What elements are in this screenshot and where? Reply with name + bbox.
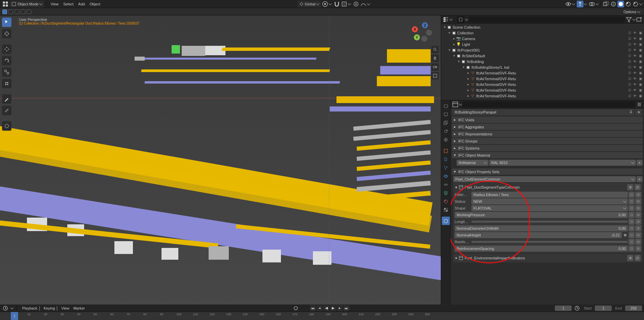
camera-icon[interactable] [431, 63, 439, 71]
delete-icon[interactable] [635, 184, 641, 190]
display-mode-dropdown[interactable] [457, 16, 465, 23]
select-mode-invert[interactable] [27, 9, 31, 14]
pan-icon[interactable] [431, 55, 439, 62]
property-input[interactable] [471, 221, 628, 223]
property-input[interactable]: FLATOVAL [471, 205, 628, 211]
outliner-tree[interactable]: ▾▣Scene Collection▾▣Collection☑👁▣▸📷Camer… [441, 24, 644, 100]
pin-icon[interactable] [628, 109, 634, 116]
xray-icon[interactable] [603, 1, 609, 7]
select-mode-extend[interactable] [8, 9, 13, 14]
tool-scale[interactable] [2, 67, 11, 77]
panel-header[interactable]: ▸IFC Groups [452, 138, 643, 144]
tab-modifiers[interactable] [442, 155, 450, 163]
tab-object[interactable] [442, 147, 450, 155]
properties-search[interactable] [462, 101, 635, 107]
close-icon[interactable]: ✕ [627, 255, 633, 261]
tree-row[interactable]: ▸📷Camera☑👁▣ [441, 36, 644, 41]
menu-object[interactable]: Object [87, 1, 102, 7]
tab-constraints[interactable] [442, 180, 450, 189]
panel-header[interactable]: ▸IFC Voids [452, 117, 643, 123]
panel-header[interactable]: ▸IFC Representations [452, 131, 643, 137]
add-icon[interactable]: + [637, 160, 643, 166]
tab-texture[interactable] [442, 205, 450, 214]
shading-material[interactable] [625, 1, 632, 7]
close-icon[interactable]: ✕ [627, 184, 633, 190]
property-input[interactable]: NominalDiameterOrWidth0.00 [455, 225, 628, 231]
tree-row-root[interactable]: ▾▣Scene Collection [441, 24, 644, 30]
link-icon[interactable] [629, 225, 635, 231]
tool-transform[interactable] [2, 79, 11, 88]
link-icon[interactable] [629, 205, 635, 211]
link-icon[interactable] [629, 239, 635, 245]
new-collection-icon[interactable] [636, 16, 643, 23]
link-icon[interactable] [629, 212, 635, 218]
perspective-icon[interactable] [431, 72, 439, 79]
breadcrumb-input[interactable]: IfcBuildingStorey/Parapet [453, 109, 627, 115]
props-editor-icon[interactable] [452, 101, 459, 108]
timeline-track[interactable]: 1 10203040506070809010011012013014015016… [0, 312, 644, 320]
edit-icon[interactable] [635, 225, 641, 231]
edit-icon[interactable] [635, 232, 641, 238]
panel-header[interactable]: ▾IFC Object Property Sets [452, 168, 643, 175]
property-input[interactable] [471, 241, 628, 243]
keyframe-prev-icon[interactable]: ◂ [317, 305, 323, 311]
tool-annotate[interactable] [2, 94, 11, 104]
snap-type-icon[interactable] [341, 1, 348, 7]
tab-scene[interactable] [442, 127, 450, 135]
zoom-icon[interactable] [431, 46, 439, 53]
tree-row[interactable]: ▾▣Collection☑👁▣ [441, 30, 644, 36]
autokey-icon[interactable] [292, 305, 299, 312]
timeline-menu[interactable]: View [59, 306, 71, 311]
property-input[interactable]: NEW [471, 198, 628, 204]
jump-start-icon[interactable]: ⏮ [310, 305, 316, 311]
property-input[interactable]: NominalHeight-0.21 [455, 232, 622, 238]
tab-world[interactable] [442, 135, 450, 144]
edit-icon[interactable] [635, 246, 641, 252]
falloff-icon[interactable] [360, 1, 367, 7]
tree-row[interactable]: ▸▽IfcAirTerminal/DVF-Retu☑👁▣ [441, 70, 644, 76]
edit-icon[interactable] [635, 219, 641, 225]
pivot-icon[interactable] [322, 1, 328, 7]
gizmo-toggle[interactable] [577, 1, 583, 7]
tree-row[interactable]: ▸▽IfcAirTerminal/DVF-Retu☑👁▣ [441, 99, 644, 100]
shading-solid[interactable] [617, 1, 624, 7]
tab-particles[interactable] [442, 163, 450, 172]
delete-icon[interactable] [635, 255, 641, 261]
tool-measure[interactable] [2, 106, 11, 115]
link-icon[interactable] [629, 198, 635, 204]
play-icon[interactable]: ▶ [330, 305, 336, 311]
playhead[interactable]: 1 [11, 312, 18, 320]
clock-icon[interactable] [574, 305, 580, 312]
edit-icon[interactable] [635, 239, 641, 245]
link-icon[interactable] [629, 192, 635, 198]
material-value-select[interactable]: RAL 9010 [489, 160, 636, 166]
tab-output[interactable] [442, 110, 450, 119]
outliner-editor-icon[interactable] [442, 16, 449, 23]
shading-wireframe[interactable] [610, 1, 617, 7]
tree-row[interactable]: ▸▽IfcAirTerminal/DVF-Retu☑👁▣ [441, 93, 644, 99]
material-type-select[interactable]: IfcMaterial [457, 160, 489, 166]
props-options-icon[interactable] [636, 101, 643, 108]
select-mode-intersect[interactable] [21, 9, 25, 14]
tree-row[interactable]: ▸▽IfcAirTerminal/DVF-Retu☑👁▣ [441, 82, 644, 87]
shading-rendered[interactable] [632, 1, 639, 7]
jump-end-icon[interactable]: ⏭ [344, 305, 350, 311]
timeline-editor-icon[interactable] [2, 305, 9, 312]
edit-icon[interactable] [635, 212, 641, 218]
timeline-menu[interactable]: Marker [71, 306, 87, 311]
current-frame-input[interactable]: 1 [555, 306, 572, 311]
tool-move[interactable] [2, 44, 11, 54]
timeline-menu[interactable]: Playback [20, 306, 39, 311]
panel-header[interactable]: ▸IFC Aggregates [452, 124, 643, 130]
3d-viewport[interactable]: User Perspective (1) Collection | IfcDuc… [0, 15, 441, 305]
tree-row[interactable]: ▾▣IfcBuilding☑👁▣ [441, 59, 644, 64]
tree-row[interactable]: ▸💡Light☑👁▣ [441, 41, 644, 47]
proportional-edit-icon[interactable] [353, 1, 359, 7]
tree-row[interactable]: ▸▽IfcAirTerminal/DVF-Retu☑👁▣ [441, 76, 644, 82]
edit-icon[interactable] [635, 192, 641, 198]
tab-ifc[interactable] [442, 217, 450, 225]
end-frame-input[interactable]: 250 [625, 306, 642, 311]
outliner-search[interactable] [468, 17, 625, 23]
options-dropdown[interactable]: Options [621, 8, 642, 15]
menu-view[interactable]: View [48, 1, 61, 7]
